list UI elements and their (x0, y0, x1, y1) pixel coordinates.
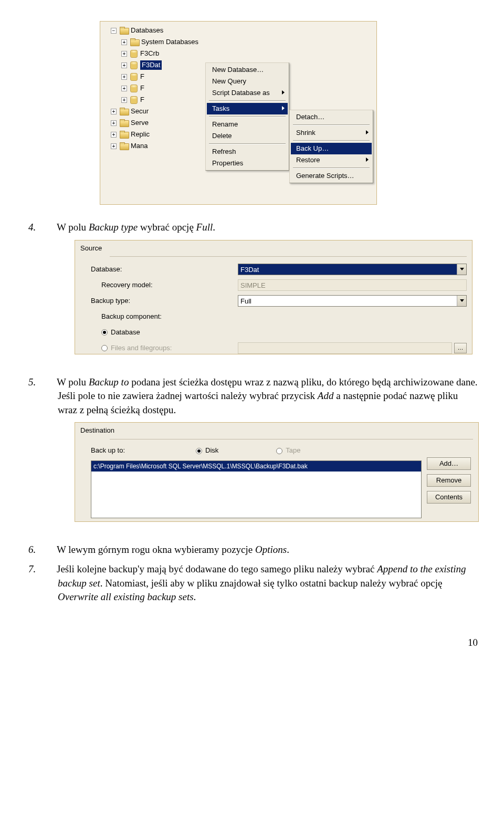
database-combo[interactable]: F3Dat (238, 264, 467, 275)
menu-item-rename[interactable]: Rename (207, 119, 288, 130)
destination-buttons: Add… Remove Contents (427, 457, 471, 504)
divider (110, 256, 467, 257)
expand-icon[interactable]: + (121, 97, 127, 103)
backup-type-combo[interactable]: Full (238, 295, 467, 307)
folder-icon (120, 27, 128, 34)
screenshot-destination-panel: Destination Back up to: Disk Tape c:\Pro… (75, 422, 479, 522)
expand-icon[interactable]: + (111, 132, 117, 138)
screenshot-context-menu: −Databases +System Databases +F3Crb +F3D… (100, 21, 377, 205)
add-button[interactable]: Add… (427, 457, 471, 470)
expand-icon[interactable]: + (121, 62, 127, 68)
submenu-arrow-icon (282, 90, 285, 95)
dropdown-arrow-icon[interactable] (457, 264, 466, 275)
divider (110, 439, 473, 439)
expand-icon[interactable]: + (111, 143, 117, 149)
tree-node[interactable]: System Databases (141, 37, 198, 47)
contents-button[interactable]: Contents (427, 491, 471, 504)
radio-files-filegroups[interactable]: Files and filegroups: (80, 343, 238, 353)
menu-item-back-up[interactable]: Back Up… (291, 143, 372, 154)
step-6: 6.W lewym górnym rogu okna wybieramy poz… (26, 543, 478, 557)
expand-icon[interactable]: + (111, 109, 117, 114)
tree-node[interactable]: F (140, 83, 144, 93)
step-4: 4.W polu Backup type wybrać opcję Full. (26, 221, 478, 235)
combo-value: F3Dat (238, 264, 457, 275)
recovery-model-label: Recovery model: (80, 280, 238, 290)
submenu-arrow-icon (282, 106, 285, 110)
instruction-list: 4.W polu Backup type wybrać opcję Full. (26, 221, 478, 235)
remove-button[interactable]: Remove (427, 474, 471, 487)
submenu-arrow-icon (366, 130, 369, 134)
backup-component-label: Backup component: (80, 312, 238, 321)
expand-icon[interactable]: + (121, 39, 127, 45)
expand-icon[interactable]: + (121, 74, 127, 80)
database-icon (130, 96, 138, 104)
folder-icon (120, 131, 128, 138)
radio-tape: Tape (276, 446, 300, 455)
menu-item-new-database[interactable]: New Database… (207, 64, 288, 76)
fieldset-title: Destination (80, 426, 114, 434)
instruction-list: 5.W polu Backup to podana jest ścieżka d… (26, 375, 478, 417)
dropdown-arrow-icon[interactable] (457, 296, 466, 306)
menu-separator (293, 140, 370, 141)
page-number: 10 (26, 636, 478, 650)
tree-node[interactable]: F (140, 72, 144, 81)
tree-node[interactable]: F3Crb (140, 49, 159, 58)
database-label: Database: (80, 265, 238, 274)
menu-item-restore[interactable]: Restore (291, 154, 372, 166)
tree-node[interactable]: Replic (131, 130, 150, 139)
backup-type-label: Backup type: (80, 296, 238, 306)
menu-separator (293, 167, 370, 169)
tree-node-selected[interactable]: F3Dat (140, 60, 162, 70)
menu-separator (293, 124, 370, 125)
menu-item-detach[interactable]: Detach… (291, 111, 372, 123)
radio-icon (101, 329, 108, 336)
folder-icon (130, 38, 139, 46)
menu-item-delete[interactable]: Delete (207, 130, 288, 142)
context-menu: New Database… New Query Script Database … (205, 62, 289, 171)
radio-database[interactable]: Database (80, 328, 238, 337)
radio-icon (276, 448, 282, 454)
instruction-list: 6.W lewym górnym rogu okna wybieramy poz… (26, 543, 478, 604)
menu-item-script-database[interactable]: Script Database as (207, 87, 288, 99)
menu-separator (209, 143, 286, 144)
expand-icon[interactable]: + (111, 120, 117, 126)
tree-node[interactable]: Databases (131, 26, 163, 35)
combo-value: Full (238, 296, 457, 306)
menu-item-refresh[interactable]: Refresh (207, 146, 288, 158)
fieldset-title: Source (80, 244, 102, 252)
submenu-arrow-icon (366, 158, 369, 162)
expand-icon[interactable]: + (121, 86, 127, 91)
menu-separator (209, 116, 286, 117)
database-icon (130, 50, 138, 58)
step-7: 7.Jeśli kolejne backup'y mają być dodawa… (26, 562, 478, 604)
radio-icon (101, 345, 108, 351)
tasks-submenu: Detach… Shrink Back Up… Restore Generate… (289, 110, 373, 183)
menu-item-tasks[interactable]: Tasks (207, 103, 288, 114)
menu-item-shrink[interactable]: Shrink (291, 127, 372, 139)
folder-icon (120, 142, 128, 150)
expand-icon[interactable]: + (121, 51, 127, 57)
step-5: 5.W polu Backup to podana jest ścieżka d… (26, 375, 478, 417)
radio-disk[interactable]: Disk (196, 446, 218, 455)
menu-item-properties[interactable]: Properties (207, 158, 288, 169)
radio-icon (196, 448, 202, 454)
destination-list[interactable]: c:\Program Files\Microsoft SQL Server\MS… (91, 460, 422, 518)
folder-icon (120, 108, 128, 115)
menu-separator (209, 100, 286, 101)
database-icon (130, 73, 138, 81)
back-up-to-label: Back up to: (91, 446, 196, 455)
tree-node[interactable]: Serve (131, 118, 149, 128)
database-icon (130, 85, 138, 92)
menu-item-generate-scripts[interactable]: Generate Scripts… (291, 170, 372, 182)
recovery-model-value: SIMPLE (238, 279, 467, 291)
collapse-icon[interactable]: − (111, 28, 117, 34)
screenshot-source-panel: Source Database: F3Dat Recovery model: S… (75, 240, 472, 354)
destination-path[interactable]: c:\Program Files\Microsoft SQL Server\MS… (91, 461, 421, 472)
tree-node[interactable]: Mana (131, 141, 148, 151)
filegroups-box (238, 342, 452, 354)
tree-node[interactable]: F (140, 95, 144, 104)
tree-node[interactable]: Secur (131, 107, 149, 116)
browse-button[interactable]: … (454, 343, 467, 353)
menu-item-new-query[interactable]: New Query (207, 76, 288, 87)
folder-icon (120, 119, 128, 127)
